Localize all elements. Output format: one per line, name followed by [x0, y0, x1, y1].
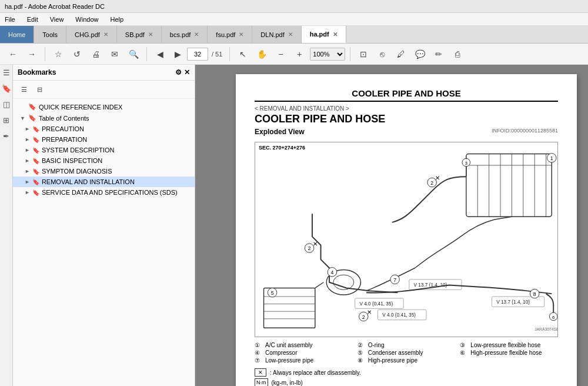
menu-edit[interactable]: Edit — [25, 15, 41, 24]
sidebar-list-btn[interactable]: ☰ — [18, 83, 31, 96]
sidebar-wrapper: Bookmarks ⚙ ✕ ☰ ⊟ 🔖 QUICK REFERENCE INDE… — [13, 65, 195, 386]
legend-num-7: ⑦ — [255, 357, 263, 364]
diagram-label: SEC. 270+274+276 — [259, 145, 305, 151]
doc-breadcrumb: < REMOVAL AND INSTALLATION > — [255, 105, 558, 112]
toolbar-sep-3 — [229, 47, 230, 61]
svg-text:2: 2 — [308, 245, 311, 251]
sidebar-item-quickref[interactable]: 🔖 QUICK REFERENCE INDEX — [13, 101, 195, 112]
legend-num-8: ⑧ — [358, 357, 366, 364]
comment-button[interactable]: 💬 — [412, 46, 428, 62]
back-button[interactable]: ← — [5, 46, 21, 62]
arrow-precaution: ► — [25, 126, 30, 132]
sidebar-label-quickref: QUICK REFERENCE INDEX — [39, 104, 122, 111]
sidebar-item-basicinsp[interactable]: ► 🔖 BASIC INSPECTION — [13, 155, 195, 166]
svg-text:V 4.0 (0.41, 35): V 4.0 (0.41, 35) — [382, 312, 416, 318]
expand-arrow-toc: ▼ — [20, 115, 26, 121]
nav-fwd-button[interactable]: ▶ — [169, 46, 186, 62]
note-nm1: N·m (kg-m, in-lb) — [255, 378, 558, 386]
legend-label-4: Compressor — [265, 350, 297, 356]
sidebar-item-symptom[interactable]: ► 🔖 SYMPTOM DIAGNOSIS — [13, 166, 195, 177]
svg-text:V 4.0 (0.41, 35): V 4.0 (0.41, 35) — [359, 301, 393, 307]
fit-button[interactable]: ⊡ — [355, 46, 372, 62]
zoom-select[interactable]: 100% 75% 125% 150% — [310, 48, 345, 61]
legend-item-1: ① A/C unit assembly — [255, 342, 353, 348]
diagram-container: SEC. 270+274+276 — [255, 142, 558, 337]
arrow-preparation: ► — [25, 137, 30, 142]
email-button[interactable]: ✉ — [106, 46, 123, 62]
tools2-button[interactable]: 🖊 — [393, 46, 409, 62]
notes-section: ✕ : Always replace after disassembly. N·… — [255, 368, 558, 386]
panel-icon-pages[interactable]: ⊞ — [2, 115, 11, 126]
tab-bar: Home Tools CHG.pdf ✕ SB.pdf ✕ bcs.pdf ✕ … — [0, 26, 588, 44]
sidebar-item-sds[interactable]: ► 🔖 SERVICE DATA AND SPECIFICATIONS (SDS… — [13, 187, 195, 198]
legend-item-5: ⑤ Condenser assembly — [358, 350, 456, 356]
legend-label-3: Low-pressure flexible hose — [470, 342, 540, 348]
pen-button[interactable]: ✏ — [430, 46, 447, 62]
legend-item-6: ⑥ High-pressure flexible hose — [460, 350, 558, 356]
arrow-symptom: ► — [25, 168, 30, 174]
page-input[interactable] — [187, 48, 208, 61]
sidebar-item-removal[interactable]: ► 🔖 REMOVAL AND INSTALLATION — [13, 177, 195, 187]
forward-button[interactable]: → — [24, 46, 40, 62]
left-icon-panel: ☰ 🔖 ◫ ⊞ ✒ — [0, 65, 13, 386]
close-dln[interactable]: ✕ — [288, 31, 293, 38]
panel-icon-layers[interactable]: ◫ — [2, 99, 11, 110]
sidebar-content: 🔖 QUICK REFERENCE INDEX ▼ 🔖 Table of Con… — [13, 99, 195, 386]
sidebar-item-toc[interactable]: ▼ 🔖 Table of Contents — [13, 112, 195, 124]
tab-sb[interactable]: SB.pdf ✕ — [117, 26, 162, 43]
rotate-button[interactable]: ⎋ — [374, 46, 390, 62]
menu-help[interactable]: Help — [108, 15, 126, 24]
zoom-in-button[interactable]: + — [291, 46, 308, 62]
label-precaution: PRECAUTION — [42, 125, 84, 132]
panel-icon-1[interactable]: ☰ — [2, 67, 11, 78]
arrow-basicinsp: ► — [25, 158, 30, 164]
tab-chg[interactable]: CHG.pdf ✕ — [66, 26, 117, 43]
refresh-button[interactable]: ↺ — [69, 46, 85, 62]
close-fsu[interactable]: ✕ — [239, 31, 243, 38]
share-button[interactable]: ⎙ — [449, 46, 466, 62]
close-chg[interactable]: ✕ — [103, 31, 108, 38]
menu-bar: File Edit View Window Help — [0, 13, 588, 26]
panel-icon-sig[interactable]: ✒ — [2, 131, 11, 142]
legend-num-5: ⑤ — [358, 350, 366, 356]
menu-window[interactable]: Window — [73, 15, 101, 24]
zoom-out-button[interactable]: − — [272, 46, 289, 62]
label-removal: REMOVAL AND INSTALLATION — [42, 178, 135, 185]
icon-preparation: 🔖 — [32, 137, 39, 143]
sidebar-toolbar: ☰ ⊟ — [13, 81, 195, 99]
menu-file[interactable]: File — [2, 15, 18, 24]
menu-view[interactable]: View — [48, 15, 66, 24]
arrow-sysdes: ► — [25, 147, 30, 153]
print-button[interactable]: 🖨 — [88, 46, 104, 62]
sidebar-options-icon[interactable]: ⚙ — [175, 68, 182, 76]
sidebar-close-icon[interactable]: ✕ — [184, 68, 190, 76]
nav-back-button[interactable]: ◀ — [152, 46, 168, 62]
close-ha[interactable]: ✕ — [333, 31, 338, 38]
tab-dln[interactable]: DLN.pdf ✕ — [252, 26, 301, 43]
tab-ha[interactable]: ha.pdf ✕ — [302, 26, 346, 43]
sidebar: Bookmarks ⚙ ✕ ☰ ⊟ 🔖 QUICK REFERENCE INDE… — [13, 65, 195, 386]
legend-label-7: Low-pressure pipe — [265, 357, 313, 364]
icon-sysdes: 🔖 — [32, 147, 39, 154]
svg-text:8: 8 — [533, 291, 536, 297]
tab-fsu[interactable]: fsu.pdf ✕ — [208, 26, 252, 43]
doc-section-title: COOLER PIPE AND HOSE — [255, 113, 558, 125]
tab-tools[interactable]: Tools — [34, 26, 66, 43]
cursor-button[interactable]: ↖ — [235, 46, 251, 62]
close-sb[interactable]: ✕ — [148, 31, 153, 38]
toolbar-sep-4 — [350, 47, 350, 61]
sidebar-item-precaution[interactable]: ► 🔖 PRECAUTION — [13, 124, 195, 134]
tab-home[interactable]: Home — [0, 26, 34, 43]
sidebar-item-sysdes[interactable]: ► 🔖 SYSTEM DESCRIPTION — [13, 145, 195, 155]
panel-icon-bookmark[interactable]: 🔖 — [1, 83, 12, 94]
search-button[interactable]: 🔍 — [125, 46, 142, 62]
sidebar-search-btn[interactable]: ⊟ — [33, 83, 46, 96]
tab-bcs[interactable]: bcs.pdf ✕ — [162, 26, 208, 43]
sidebar-item-preparation[interactable]: ► 🔖 PREPARATION — [13, 134, 195, 145]
close-bcs[interactable]: ✕ — [194, 31, 199, 38]
svg-text:7: 7 — [393, 277, 396, 283]
bookmark-button[interactable]: ☆ — [50, 46, 66, 62]
page-area[interactable]: COOLER PIPE AND HOSE < REMOVAL AND INSTA… — [225, 65, 588, 386]
hand-button[interactable]: ✋ — [253, 46, 270, 62]
svg-text:V 13.7 (1.4, 10): V 13.7 (1.4, 10) — [496, 300, 530, 305]
